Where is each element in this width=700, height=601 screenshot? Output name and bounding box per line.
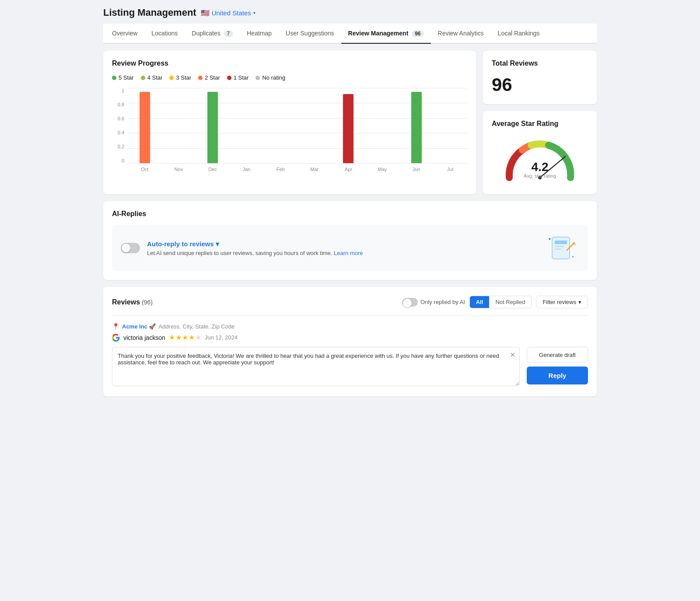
generate-draft-button[interactable]: Generate draft [527, 347, 588, 363]
tab-heatmap[interactable]: Heatmap [240, 24, 279, 44]
chart-legend: 5 Star 4 Star 3 Star 2 Star 1 Star [112, 74, 467, 81]
bar-group-feb [263, 88, 298, 163]
nav-tabs: Overview Locations Duplicates 7 Heatmap … [103, 24, 597, 44]
location-pin-icon: 📍 [112, 323, 119, 330]
bar-jun [411, 92, 422, 163]
bars-container [128, 88, 467, 163]
gauge-value: 4.2 [524, 161, 556, 173]
reviews-section: Reviews (96) Only replied by AI All Not … [103, 287, 597, 396]
svg-rect-3 [555, 241, 567, 244]
bar-group-apr [332, 88, 366, 163]
reviews-header: Reviews (96) Only replied by AI All Not … [112, 296, 588, 308]
avg-star-rating-title: Average Star Rating [492, 120, 588, 128]
legend-1star: 1 Star [227, 74, 249, 81]
y-label-02: 0.2 [118, 144, 124, 149]
close-icon[interactable]: ✕ [510, 351, 515, 358]
reviews-filters: Only replied by AI All Not Replied Filte… [402, 296, 588, 308]
learn-more-link[interactable]: Learn more [334, 250, 363, 256]
reviewer-row: victoria jackson ★ ★ ★ ★ ★ Jun 12, 2024 [112, 333, 588, 342]
svg-text:✦: ✦ [571, 255, 574, 259]
tab-local-rankings[interactable]: Local Rankings [491, 24, 547, 44]
reply-area: ✕ Generate draft Reply [112, 347, 588, 388]
tab-locations[interactable]: Locations [144, 24, 185, 44]
bar-group-jun [399, 88, 434, 163]
review-location: 📍 Acme Inc 🚀 Address, City, State, Zip C… [112, 323, 588, 330]
ai-text-area: Auto-reply to reviews ▾ Let AI send uniq… [147, 240, 363, 256]
x-label-may: May [365, 163, 399, 175]
legend-dot-3star [169, 76, 174, 80]
reply-textarea[interactable] [112, 347, 520, 386]
gauge-wrapper: 4.2 Avg. star rating [500, 138, 579, 182]
auto-reply-toggle[interactable] [121, 243, 140, 253]
svg-rect-4 [555, 246, 564, 247]
location-address: Address, City, State, Zip Code [158, 323, 234, 330]
ai-replies-title: AI-Replies [112, 210, 588, 218]
x-label-jun: Jun [399, 163, 434, 175]
x-label-dec: Dec [196, 163, 230, 175]
tab-review-management[interactable]: Review Management 96 [341, 24, 431, 44]
country-name: United States [212, 9, 251, 17]
reply-button[interactable]: Reply [527, 367, 588, 384]
app-header: Listing Management 🇺🇸 United States ▾ [103, 7, 597, 18]
tab-review-analytics[interactable]: Review Analytics [431, 24, 491, 44]
filter-reviews-button[interactable]: Filter reviews ▾ [536, 296, 588, 308]
location-name[interactable]: Acme Inc 🚀 [122, 323, 156, 330]
bar-chart: 1 0.8 0.6 0.4 0.2 0 [112, 88, 467, 175]
legend-4star: 4 Star [141, 74, 163, 81]
legend-dot-norating [256, 76, 260, 80]
review-item: 📍 Acme Inc 🚀 Address, City, State, Zip C… [112, 315, 588, 388]
legend-dot-4star [141, 76, 145, 80]
legend-dot-5star [112, 76, 116, 80]
gauge-label: Avg. star rating [524, 173, 556, 178]
filter-tabs: All Not Replied [469, 296, 532, 308]
ai-robot-svg: ✦ ✦ [544, 233, 579, 263]
bar-group-oct [128, 88, 162, 163]
auto-reply-link[interactable]: Auto-reply to reviews ▾ [147, 240, 363, 248]
bar-group-may [365, 88, 399, 163]
x-label-nov: Nov [162, 163, 196, 175]
legend-5star: 5 Star [112, 74, 134, 81]
x-labels: Oct Nov Dec Jan Feb Mar Apr May Jun Jul [128, 163, 467, 175]
bar-group-nov [162, 88, 196, 163]
avg-star-rating-card: Average Star Rating [483, 111, 597, 194]
chart-inner: Oct Nov Dec Jan Feb Mar Apr May Jun Jul [128, 88, 467, 175]
svg-text:✦: ✦ [548, 237, 551, 241]
x-label-mar: Mar [298, 163, 332, 175]
total-reviews-count: 96 [492, 74, 588, 95]
ai-illustration: ✦ ✦ [544, 233, 579, 263]
ai-replies-inner: Auto-reply to reviews ▾ Let AI send uniq… [112, 225, 588, 271]
x-label-jan: Jan [230, 163, 264, 175]
main-grid: Review Progress 5 Star 4 Star 3 Star 2 [103, 51, 597, 194]
star-4: ★ [189, 333, 195, 342]
gauge-center-text: 4.2 Avg. star rating [524, 161, 556, 178]
star-1: ★ [169, 333, 175, 342]
bar-group-jan [230, 88, 264, 163]
total-reviews-card: Total Reviews 96 [483, 51, 597, 104]
total-reviews-title: Total Reviews [492, 59, 588, 67]
x-label-oct: Oct [128, 163, 162, 175]
bar-group-mar [298, 88, 332, 163]
review-management-badge: 96 [412, 30, 424, 37]
review-progress-title: Review Progress [112, 59, 467, 67]
filter-not-replied-button[interactable]: Not Replied [489, 296, 531, 308]
y-axis: 1 0.8 0.6 0.4 0.2 0 [112, 88, 126, 163]
legend-norating: No rating [256, 74, 285, 81]
only-ai-label: Only replied by AI [402, 298, 465, 307]
x-label-jul: Jul [433, 163, 467, 175]
right-sidebar: Total Reviews 96 Average Star Rating [483, 51, 597, 194]
tab-overview[interactable]: Overview [105, 24, 144, 44]
country-selector[interactable]: 🇺🇸 United States ▾ [201, 9, 256, 17]
reviewer-stars: ★ ★ ★ ★ ★ [169, 333, 201, 342]
tab-duplicates[interactable]: Duplicates 7 [185, 24, 240, 44]
reply-textarea-container: ✕ [112, 347, 520, 388]
duplicates-badge: 7 [224, 30, 233, 37]
review-progress-card: Review Progress 5 Star 4 Star 3 Star 2 [103, 51, 476, 194]
legend-dot-2star [198, 76, 203, 80]
reviews-count: (96) [142, 299, 153, 306]
svg-rect-2 [552, 237, 570, 259]
filter-all-button[interactable]: All [470, 296, 490, 308]
only-ai-toggle[interactable] [402, 298, 418, 307]
tab-user-suggestions[interactable]: User Suggestions [279, 24, 341, 44]
y-label-0: 0 [122, 158, 124, 163]
ai-description: Let AI send unique replies to user revie… [147, 250, 363, 256]
